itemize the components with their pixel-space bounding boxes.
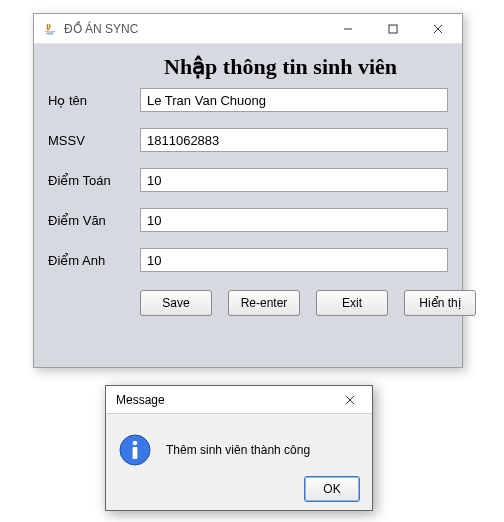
dialog-actions: OK <box>118 472 360 502</box>
input-mssv[interactable] <box>140 128 448 152</box>
message-dialog: Message Thêm sinh viên thành công OK <box>105 385 373 511</box>
info-icon <box>118 433 152 467</box>
ok-button[interactable]: OK <box>304 476 360 502</box>
dialog-title: Message <box>114 393 330 407</box>
dialog-close-button[interactable] <box>330 386 370 413</box>
dialog-window-controls <box>330 386 370 413</box>
maximize-button[interactable] <box>370 14 415 43</box>
label-van: Điểm Văn <box>48 213 140 228</box>
label-hoten: Họ tên <box>48 93 140 108</box>
row-toan: Điểm Toán <box>48 168 448 192</box>
exit-button[interactable]: Exit <box>316 290 388 316</box>
minimize-button[interactable] <box>325 14 370 43</box>
button-row: Save Re-enter Exit Hiển thị <box>34 288 462 316</box>
page-title: Nhập thông tin sinh viên <box>34 44 462 88</box>
show-button[interactable]: Hiển thị <box>404 290 476 316</box>
svg-point-8 <box>133 441 138 446</box>
java-app-icon <box>42 21 58 37</box>
titlebar: ĐỒ ÁN SYNC <box>34 14 462 44</box>
main-window: ĐỒ ÁN SYNC Nhập thông tin sinh viên Họ t… <box>33 13 463 368</box>
input-van[interactable] <box>140 208 448 232</box>
client-area: Nhập thông tin sinh viên Họ tên MSSV Điể… <box>34 44 462 367</box>
input-anh[interactable] <box>140 248 448 272</box>
window-title: ĐỒ ÁN SYNC <box>64 22 325 36</box>
svg-rect-2 <box>389 25 397 33</box>
input-toan[interactable] <box>140 168 448 192</box>
student-form: Họ tên MSSV Điểm Toán Điểm Văn Điểm Anh <box>34 88 462 272</box>
row-mssv: MSSV <box>48 128 448 152</box>
save-button[interactable]: Save <box>140 290 212 316</box>
dialog-message: Thêm sinh viên thành công <box>166 443 310 457</box>
input-hoten[interactable] <box>140 88 448 112</box>
label-mssv: MSSV <box>48 133 140 148</box>
dialog-body: Thêm sinh viên thành công OK <box>106 414 372 510</box>
dialog-content: Thêm sinh viên thành công <box>118 428 360 472</box>
reenter-button[interactable]: Re-enter <box>228 290 300 316</box>
dialog-titlebar: Message <box>106 386 372 414</box>
row-van: Điểm Văn <box>48 208 448 232</box>
label-anh: Điểm Anh <box>48 253 140 268</box>
svg-rect-0 <box>42 21 58 37</box>
row-anh: Điểm Anh <box>48 248 448 272</box>
row-hoten: Họ tên <box>48 88 448 112</box>
window-controls <box>325 14 460 43</box>
label-toan: Điểm Toán <box>48 173 140 188</box>
svg-rect-9 <box>133 447 138 459</box>
close-button[interactable] <box>415 14 460 43</box>
